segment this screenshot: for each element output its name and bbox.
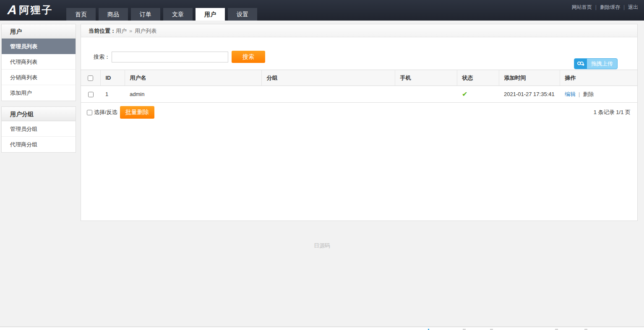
action-separator: | (579, 91, 580, 97)
breadcrumb-section-link[interactable]: 用户 (116, 28, 127, 34)
cell-phone (395, 86, 457, 103)
sidebar-item-distributor-list[interactable]: 分销商列表 (2, 70, 76, 85)
main-panel: 当前位置：用户»用户列表 搜索： 搜索 拖拽上传 ID 用户名 (81, 24, 638, 221)
header-phone: 手机 (395, 70, 457, 86)
sidebar-item-agent-group[interactable]: 代理商分组 (2, 137, 76, 152)
sidebar-item-admin-list[interactable]: 管理员列表 (2, 39, 76, 54)
tab-orders[interactable]: 订单 (131, 8, 160, 21)
edit-link[interactable]: 编辑 (565, 91, 576, 97)
nav-tabs: 首页 商品 订单 文章 用户 设置 (66, 8, 260, 21)
cell-group (261, 86, 395, 103)
pagination-info: 1 条记录 1/1 页 (594, 109, 631, 116)
breadcrumb: 当前位置：用户»用户列表 (81, 24, 637, 37)
clear-cache-link[interactable]: 删除缓存 (600, 4, 620, 10)
link-separator: | (623, 4, 625, 10)
tab-products[interactable]: 商品 (99, 8, 128, 21)
sidebar-item-admin-group[interactable]: 管理员分组 (2, 121, 76, 137)
search-label: 搜索： (94, 53, 110, 61)
header-id: ID (100, 70, 125, 86)
header-bar: A 阿狸子 首页 商品 订单 文章 用户 设置 网站首页|删除缓存|退出 (0, 0, 644, 21)
sidebar: 用户 管理员列表 代理商列表 分销商列表 添加用户 用户分组 管理员分组 代理商… (1, 24, 76, 158)
drag-upload-label: 拖拽上传 (587, 59, 617, 69)
cell-actions: 编辑|删除 (560, 86, 637, 103)
sidebar-section-users-title: 用户 (2, 24, 76, 39)
logo[interactable]: A 阿狸子 (8, 3, 53, 18)
select-all-checkbox[interactable] (88, 75, 93, 81)
sidebar-section-users: 用户 管理员列表 代理商列表 分销商列表 添加用户 (1, 24, 76, 101)
header-actions: 操作 (560, 70, 637, 86)
search-button[interactable]: 搜索 (232, 51, 265, 63)
user-table: ID 用户名 分组 手机 状态 添加时间 操作 1 admin ✔ 2021-0… (81, 70, 637, 103)
cell-added-time: 2021-01-27 17:35:41 (499, 86, 560, 103)
cell-status: ✔ (457, 86, 499, 103)
sidebar-section-user-groups-title: 用户分组 (2, 107, 76, 121)
bottom-bar (0, 327, 644, 330)
status-enabled-check-icon[interactable]: ✔ (462, 91, 467, 98)
cell-username: admin (125, 86, 261, 103)
table-row: 1 admin ✔ 2021-01-27 17:35:41 编辑|删除 (81, 86, 637, 103)
logo-text: 阿狸子 (19, 3, 53, 17)
drag-upload-button[interactable]: 拖拽上传 (574, 58, 618, 69)
row-checkbox[interactable] (88, 92, 94, 97)
delete-link[interactable]: 删除 (583, 91, 594, 97)
sidebar-item-agent-list[interactable]: 代理商列表 (2, 54, 76, 70)
sidebar-section-user-groups: 用户分组 管理员分组 代理商分组 (1, 107, 76, 153)
page-footer-text: 日源码 (0, 242, 644, 249)
logo-a-icon: A (7, 3, 17, 18)
cloud-upload-icon (574, 59, 587, 69)
breadcrumb-page-link[interactable]: 用户列表 (135, 28, 156, 34)
logout-link[interactable]: 退出 (628, 4, 638, 10)
header-username: 用户名 (125, 70, 261, 86)
tab-articles[interactable]: 文章 (163, 8, 193, 21)
site-home-link[interactable]: 网站首页 (572, 4, 592, 10)
search-input[interactable] (112, 52, 228, 62)
link-separator: | (595, 4, 597, 10)
breadcrumb-label: 当前位置： (89, 28, 116, 34)
header-status: 状态 (457, 70, 499, 86)
tab-settings[interactable]: 设置 (228, 8, 257, 21)
cell-id: 1 (100, 86, 125, 103)
tab-home[interactable]: 首页 (66, 8, 96, 21)
select-invert-checkbox[interactable] (87, 110, 92, 115)
tab-users[interactable]: 用户 (196, 8, 225, 21)
table-toolbar: 选择/反选 批量删除 1 条记录 1/1 页 (87, 106, 631, 119)
table-header-row: ID 用户名 分组 手机 状态 添加时间 操作 (81, 70, 637, 86)
breadcrumb-separator: » (129, 28, 132, 34)
batch-delete-button[interactable]: 批量删除 (120, 106, 154, 119)
top-links: 网站首页|删除缓存|退出 (572, 4, 638, 11)
sidebar-item-add-user[interactable]: 添加用户 (2, 85, 76, 101)
search-row: 搜索： 搜索 (81, 38, 637, 70)
header-added-time: 添加时间 (499, 70, 560, 86)
header-group: 分组 (261, 70, 395, 86)
select-invert-label: 选择/反选 (94, 109, 117, 116)
